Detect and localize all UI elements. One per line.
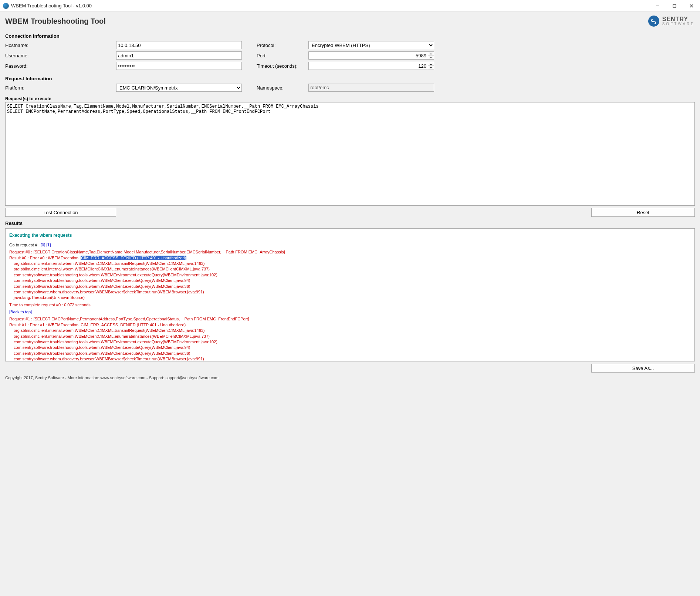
timeout-input[interactable] bbox=[308, 62, 428, 70]
results-output[interactable]: Executing the wbem requests Go to reques… bbox=[5, 228, 695, 361]
result0-selected-text: CIM_ERR_ACCESS_DENIED (HTTP 401 - Unauth… bbox=[81, 256, 186, 260]
stack0: org.sblim.cimclient.internal.wbem.WBEMCl… bbox=[9, 261, 691, 301]
password-input[interactable] bbox=[116, 62, 242, 70]
minimize-button[interactable] bbox=[649, 0, 666, 12]
port-input[interactable] bbox=[308, 51, 428, 60]
timeout-label: Timeout (seconds): bbox=[242, 63, 308, 69]
timeout-down-icon[interactable]: ▼ bbox=[428, 66, 434, 70]
stack-line: com.sentrysoftware.troubleshooting.tools… bbox=[14, 284, 691, 289]
goto-link-1[interactable]: [1] bbox=[46, 243, 51, 247]
request0-line: Request #0 : [SELECT CreationClassName,T… bbox=[9, 249, 691, 255]
results-goto: Go to request # : [0] [1] bbox=[9, 242, 691, 248]
stack-line: java.lang.Thread.run(Unknown Source) bbox=[14, 295, 691, 300]
hostname-input[interactable] bbox=[116, 41, 242, 49]
platform-select[interactable]: EMC CLARiiON/Symmetrix bbox=[116, 84, 242, 92]
time0: Time to complete request #0 : 0.072 seco… bbox=[9, 302, 691, 308]
requests-label: Request(s) to execute bbox=[5, 96, 695, 101]
stack-line: org.sblim.cimclient.internal.wbem.WBEMCl… bbox=[14, 334, 691, 339]
stack-line: org.sblim.cimclient.internal.wbem.WBEMCl… bbox=[14, 328, 691, 333]
back-to-top-0[interactable]: [Back to top] bbox=[9, 310, 32, 314]
logo-icon bbox=[648, 16, 659, 27]
stack-line: org.sblim.cimclient.internal.wbem.WBEMCl… bbox=[14, 261, 691, 266]
result1-line: Result #1 : Error #1 : WBEMException: CI… bbox=[9, 322, 691, 328]
maximize-button[interactable] bbox=[666, 0, 683, 12]
footer-text: Copyright 2017, Sentry Software - More i… bbox=[5, 374, 695, 381]
stack-line: com.sentrysoftware.troubleshooting.tools… bbox=[14, 339, 691, 345]
hostname-label: Hostname: bbox=[5, 43, 116, 48]
window-title: WBEM Troubleshooting Tool - v1.0.00 bbox=[11, 3, 92, 9]
app-icon bbox=[3, 3, 9, 9]
logo-text-line1: SENTRY bbox=[662, 16, 695, 22]
test-connection-button[interactable]: Test Connection bbox=[5, 208, 116, 217]
stack-line: com.sentrysoftware.troubleshooting.tools… bbox=[14, 345, 691, 350]
page-title: WBEM Troubleshooting Tool bbox=[5, 17, 106, 26]
request1-block: Request #1 : [SELECT EMCPortName,Permane… bbox=[9, 316, 691, 361]
port-spinner[interactable]: ▲▼ bbox=[308, 51, 434, 60]
stack-line: com.sentrysoftware.wbem.discovery.browse… bbox=[14, 356, 691, 361]
request-section-title: Request Information bbox=[5, 76, 695, 81]
requests-textarea[interactable]: SELECT CreationClassName,Tag,ElementName… bbox=[5, 102, 695, 206]
brand-logo: SENTRY SOFTWARE bbox=[648, 16, 695, 27]
reset-button[interactable]: Reset bbox=[591, 208, 695, 217]
close-button[interactable] bbox=[683, 0, 700, 12]
goto-prefix: Go to request # : bbox=[9, 243, 41, 247]
protocol-label: Protocol: bbox=[242, 43, 308, 48]
stack-line: com.sentrysoftware.troubleshooting.tools… bbox=[14, 272, 691, 278]
results-exec-header: Executing the wbem requests bbox=[9, 232, 691, 239]
stack-line: com.sentrysoftware.wbem.discovery.browse… bbox=[14, 289, 691, 295]
port-down-icon[interactable]: ▼ bbox=[428, 55, 434, 59]
stack-line: com.sentrysoftware.troubleshooting.tools… bbox=[14, 278, 691, 283]
stack-line: org.sblim.cimclient.internal.wbem.WBEMCl… bbox=[14, 266, 691, 272]
titlebar: WBEM Troubleshooting Tool - v1.0.00 bbox=[0, 0, 700, 12]
timeout-up-icon[interactable]: ▲ bbox=[428, 62, 434, 66]
namespace-label: Namespace: bbox=[242, 85, 308, 91]
results-section-title: Results bbox=[5, 220, 695, 226]
save-as-button[interactable]: Save As... bbox=[591, 364, 695, 373]
connection-section-title: Connection Information bbox=[5, 33, 695, 39]
stack1: org.sblim.cimclient.internal.wbem.WBEMCl… bbox=[9, 328, 691, 361]
protocol-select[interactable]: Encrypted WBEM (HTTPS) bbox=[308, 41, 434, 49]
window-controls bbox=[649, 0, 700, 12]
username-input[interactable] bbox=[116, 51, 242, 60]
timeout-spinner[interactable]: ▲▼ bbox=[308, 62, 434, 70]
result0-prefix: Result #0 : Error #0 : WBEMException: bbox=[9, 256, 81, 260]
stack-line: com.sentrysoftware.troubleshooting.tools… bbox=[14, 351, 691, 356]
logo-text-line2: SOFTWARE bbox=[662, 22, 695, 26]
port-label: Port: bbox=[242, 53, 308, 58]
platform-label: Platform: bbox=[5, 85, 116, 91]
request0-block: Request #0 : [SELECT CreationClassName,T… bbox=[9, 249, 691, 301]
goto-link-0[interactable]: [0] bbox=[41, 243, 45, 247]
namespace-readonly: root/emc bbox=[308, 84, 434, 92]
password-label: Password: bbox=[5, 63, 116, 69]
svg-rect-1 bbox=[673, 4, 676, 7]
result0-line: Result #0 : Error #0 : WBEMException: CI… bbox=[9, 255, 691, 261]
port-up-icon[interactable]: ▲ bbox=[428, 52, 434, 55]
request1-line: Request #1 : [SELECT EMCPortName,Permane… bbox=[9, 316, 691, 322]
username-label: Username: bbox=[5, 53, 116, 58]
